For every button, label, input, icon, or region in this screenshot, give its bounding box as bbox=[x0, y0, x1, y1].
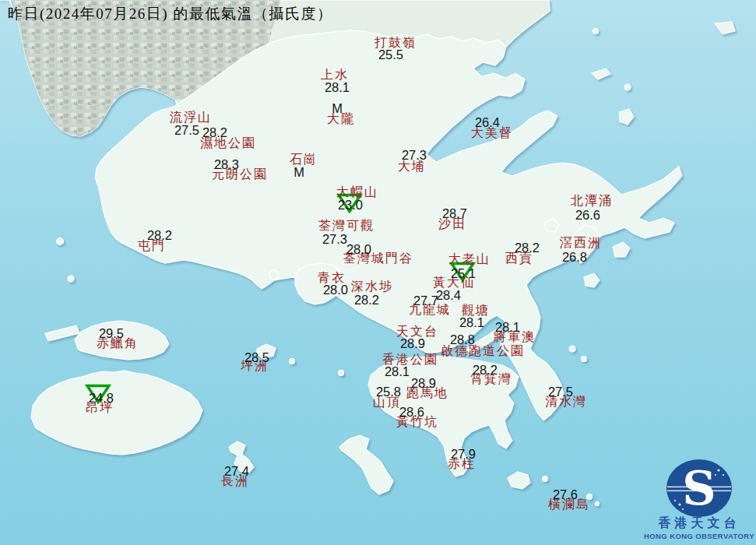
station-value: M bbox=[332, 101, 343, 116]
station-value: 27.9 bbox=[451, 447, 476, 462]
station-value: 27.3 bbox=[322, 232, 347, 247]
station-value: 27.3 bbox=[402, 148, 427, 163]
station-value: 27.7 bbox=[413, 294, 438, 308]
station-value: 28.7 bbox=[442, 206, 467, 221]
station-value: 28.9 bbox=[400, 336, 425, 351]
station-value: 25.5 bbox=[378, 47, 403, 62]
station-value: 27.4 bbox=[224, 464, 249, 479]
station-value: 28.1 bbox=[325, 80, 350, 95]
station-value: 28.8 bbox=[450, 332, 475, 347]
station-value: 26.8 bbox=[562, 250, 587, 265]
station-value: 28.0 bbox=[346, 242, 371, 257]
station-value: 28.4 bbox=[436, 288, 461, 303]
station-value: 28.5 bbox=[244, 350, 269, 365]
station-value: 29.5 bbox=[99, 326, 124, 341]
station-name: 北潭涌 bbox=[571, 193, 613, 209]
station-value: 24.8 bbox=[89, 391, 114, 406]
station-value: 28.2 bbox=[202, 125, 227, 140]
station-value: 27.5 bbox=[174, 123, 199, 138]
station-value: 28.1 bbox=[385, 364, 410, 379]
station-value: 26.6 bbox=[575, 208, 600, 223]
min-temperature-map-page: S 昨日(2024年07月26日) 的最低氣溫（攝氏度） 25.5打鼓嶺28.1… bbox=[0, 0, 756, 545]
station-name: 滘西洲 bbox=[560, 235, 602, 251]
station-value: 28.3 bbox=[214, 157, 239, 172]
logo-name-english: HONG KONG OBSERVATORY bbox=[638, 532, 756, 540]
station-value: 28.1 bbox=[459, 315, 484, 330]
station-value: 28.1 bbox=[495, 320, 520, 335]
station-value: 28.2 bbox=[354, 293, 379, 308]
station-value: 28.2 bbox=[473, 363, 498, 378]
station-layer: 25.5打鼓嶺28.1上水M大隴26.4大美督27.5流浮山28.2濕地公園28… bbox=[0, 0, 756, 545]
station-value: 28.6 bbox=[399, 405, 424, 420]
page-title: 昨日(2024年07月26日) 的最低氣溫（攝氏度） bbox=[8, 4, 332, 24]
station-value: 28.2 bbox=[147, 228, 172, 243]
station-value: 28.9 bbox=[411, 376, 436, 391]
station-value: 25.1 bbox=[451, 266, 476, 281]
station-name: 大老山 bbox=[448, 251, 491, 268]
station-value: 25.8 bbox=[376, 385, 401, 399]
station-value: 26.4 bbox=[475, 115, 500, 130]
station-value: 28.0 bbox=[323, 283, 348, 297]
logo-name-chinese: 香港天文台 bbox=[652, 515, 746, 532]
station-value: M bbox=[294, 165, 304, 180]
station-value: 27.5 bbox=[548, 385, 573, 399]
station-value: 23.0 bbox=[338, 198, 363, 213]
station-value: 27.6 bbox=[553, 487, 578, 502]
station-value: 28.2 bbox=[515, 241, 540, 255]
